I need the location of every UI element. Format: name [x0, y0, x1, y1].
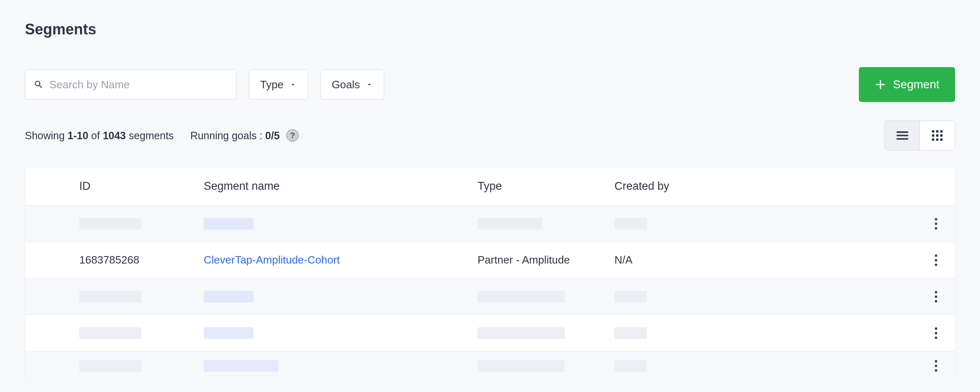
svg-point-20 — [935, 291, 937, 293]
chevron-down-icon — [366, 81, 373, 88]
redacted-created-by — [614, 327, 647, 339]
redacted-name — [204, 291, 254, 302]
svg-rect-4 — [896, 138, 908, 140]
list-view-button[interactable] — [885, 121, 920, 150]
redacted-id — [79, 327, 141, 339]
more-vertical-icon — [934, 218, 938, 230]
redacted-id — [79, 291, 141, 302]
row-actions-button[interactable] — [917, 242, 955, 278]
table-row — [25, 351, 955, 380]
grid-view-button[interactable] — [920, 121, 955, 150]
status-row: Showing 1-10 of 1043 segments Running go… — [25, 121, 955, 150]
svg-rect-13 — [940, 138, 943, 141]
svg-rect-10 — [940, 134, 943, 137]
segment-name-link[interactable]: CleverTap-Amplitude-Cohort — [204, 254, 478, 266]
redacted-type — [478, 360, 565, 372]
svg-point-22 — [935, 300, 937, 302]
goals-filter-label: Goals — [332, 78, 360, 91]
search-icon — [34, 80, 44, 90]
svg-point-16 — [935, 227, 937, 230]
svg-point-23 — [935, 327, 937, 330]
add-segment-button[interactable]: Segment — [859, 67, 955, 102]
table-row: 1683785268 CleverTap-Amplitude-Cohort Pa… — [25, 242, 955, 278]
search-input[interactable] — [49, 78, 228, 91]
th-id: ID — [25, 180, 204, 193]
showing-suffix: segments — [126, 130, 173, 141]
toolbar: Type Goals Segment — [25, 67, 955, 102]
td-type: Partner - Amplitude — [478, 254, 614, 266]
running-goals-value: 0/5 — [265, 130, 280, 141]
svg-rect-6 — [936, 130, 939, 133]
showing-prefix: Showing — [25, 130, 68, 141]
add-segment-label: Segment — [893, 78, 939, 91]
running-goals-label: Running goals : — [190, 130, 266, 141]
row-actions-button[interactable] — [917, 206, 955, 242]
svg-point-14 — [935, 218, 937, 220]
more-vertical-icon — [934, 327, 938, 339]
table-header: ID Segment name Type Created by — [25, 167, 955, 206]
th-segment-name: Segment name — [204, 180, 478, 193]
svg-point-21 — [935, 295, 937, 298]
row-actions-button[interactable] — [917, 278, 955, 315]
type-filter-label: Type — [260, 78, 283, 91]
redacted-type — [478, 291, 565, 302]
grid-icon — [930, 128, 944, 143]
redacted-type — [478, 327, 565, 339]
segments-table: ID Segment name Type Created by 16837852… — [25, 167, 955, 381]
svg-point-19 — [935, 264, 937, 266]
running-goals-status: Running goals : 0/5 ? — [190, 129, 299, 142]
more-vertical-icon — [934, 290, 938, 303]
svg-rect-8 — [932, 134, 934, 137]
plus-icon — [875, 79, 886, 90]
svg-rect-2 — [896, 131, 908, 133]
type-filter-dropdown[interactable]: Type — [249, 70, 308, 99]
redacted-id — [79, 360, 141, 372]
svg-rect-12 — [936, 138, 939, 141]
th-created-by: Created by — [614, 180, 847, 193]
redacted-created-by — [614, 360, 647, 372]
redacted-created-by — [614, 291, 647, 302]
chevron-down-icon — [289, 81, 297, 88]
redacted-name — [204, 218, 254, 230]
redacted-type — [478, 218, 542, 230]
page-title: Segments — [25, 21, 955, 38]
row-actions-button[interactable] — [917, 351, 955, 380]
more-vertical-icon — [934, 360, 938, 372]
table-row — [25, 278, 955, 315]
more-vertical-icon — [934, 254, 938, 266]
svg-rect-3 — [896, 135, 908, 136]
svg-point-26 — [935, 360, 937, 363]
redacted-id — [79, 218, 141, 230]
svg-point-15 — [935, 223, 937, 225]
row-actions-button[interactable] — [917, 315, 955, 351]
td-id: 1683785268 — [25, 254, 204, 266]
th-type: Type — [478, 180, 614, 193]
view-toggle — [885, 121, 955, 150]
svg-point-25 — [935, 336, 937, 339]
goals-filter-dropdown[interactable]: Goals — [320, 70, 384, 99]
showing-count: Showing 1-10 of 1043 segments — [25, 130, 174, 142]
svg-rect-7 — [940, 130, 943, 133]
redacted-name — [204, 327, 254, 339]
help-icon[interactable]: ? — [286, 129, 299, 142]
svg-point-28 — [935, 369, 937, 372]
showing-total: 1043 — [103, 130, 126, 141]
svg-rect-5 — [932, 130, 934, 133]
svg-point-27 — [935, 365, 937, 367]
redacted-created-by — [614, 218, 647, 230]
list-icon — [895, 128, 909, 143]
table-row — [25, 315, 955, 351]
table-row — [25, 206, 955, 242]
search-wrap[interactable] — [25, 70, 236, 99]
svg-point-18 — [935, 259, 937, 261]
showing-of: of — [88, 130, 103, 141]
td-created-by: N/A — [614, 254, 847, 266]
showing-range: 1-10 — [68, 130, 88, 141]
svg-point-24 — [935, 332, 937, 334]
redacted-name — [204, 360, 278, 372]
svg-rect-11 — [932, 138, 934, 141]
svg-point-17 — [935, 254, 937, 257]
svg-rect-9 — [936, 134, 939, 137]
